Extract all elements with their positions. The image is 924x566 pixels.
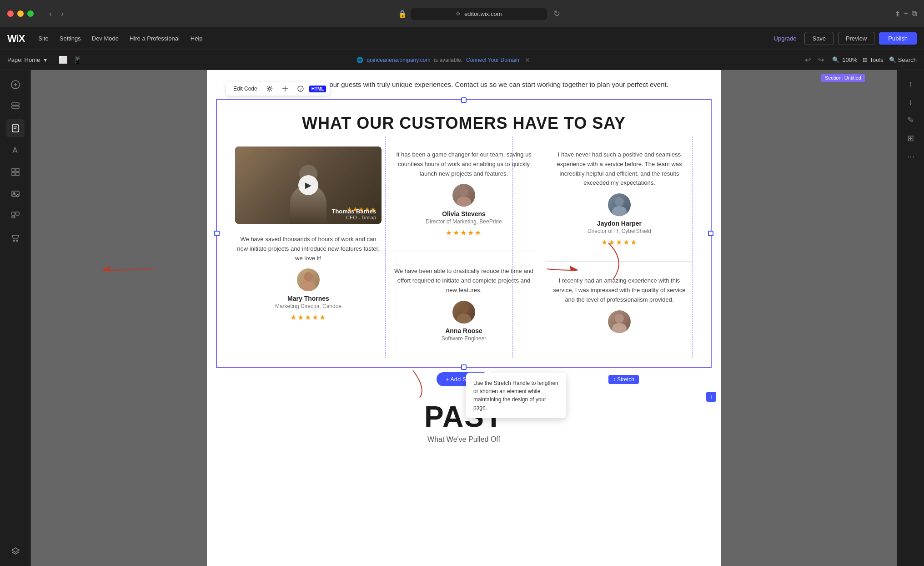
upgrade-button[interactable]: Upgrade <box>770 33 800 44</box>
menu-hire[interactable]: Hire a Professional <box>125 32 184 45</box>
stretch-bottom-handle[interactable]: ↕ <box>706 392 716 402</box>
wix-logo: WiX <box>7 33 25 45</box>
jaydon-quote: I have never had such a positive and sea… <box>548 150 691 188</box>
undo-button[interactable]: ↩ <box>802 54 814 66</box>
center-top-testimonial: It has been a game changer for our team,… <box>391 147 537 241</box>
svg-point-25 <box>304 272 313 281</box>
publish-button[interactable]: Publish <box>879 32 917 45</box>
undo-redo-controls: ↩ ↪ <box>802 54 827 66</box>
mary-avatar <box>297 268 320 291</box>
shield-icon: 🔒 <box>398 10 407 18</box>
svg-point-19 <box>16 240 17 242</box>
svg-rect-12 <box>16 172 19 176</box>
canvas-page: venues and providing your guests with tr… <box>207 70 721 566</box>
video-testimonial[interactable]: ▶ ★★★★★ Thomas Barnes CEO - Timlop <box>235 147 382 224</box>
center-divider <box>391 252 537 252</box>
sidebar-add-icon[interactable] <box>6 76 25 94</box>
next-section: PAST What We've Pulled Off <box>216 391 712 453</box>
zoom-level: 100% <box>842 56 857 63</box>
sidebar-apps-icon[interactable] <box>6 163 25 181</box>
handle-right-center[interactable] <box>708 231 713 236</box>
svg-rect-9 <box>12 168 15 172</box>
mobile-view-button[interactable]: 📱 <box>71 54 84 66</box>
search-button[interactable]: 🔍 Search <box>889 56 917 63</box>
olivia-stars: ★★★★★ <box>392 228 535 237</box>
connect-domain-button[interactable]: Connect Your Domain <box>466 57 519 63</box>
handle-left-center[interactable] <box>214 231 220 236</box>
windows-icon[interactable]: ⧉ <box>912 10 917 18</box>
back-button[interactable]: ‹ <box>46 7 55 20</box>
right-panel-more-icon[interactable]: ⋯ <box>903 148 919 165</box>
svg-rect-13 <box>12 191 19 197</box>
sidebar-media-icon[interactable] <box>6 185 25 203</box>
preview-button[interactable]: Preview <box>838 32 874 45</box>
menu-site[interactable]: Site <box>34 32 53 45</box>
right-panel-down-icon[interactable]: ↓ <box>903 94 919 110</box>
svg-rect-10 <box>16 168 19 172</box>
svg-rect-3 <box>12 103 19 105</box>
domain-available-text: is available. <box>434 57 462 63</box>
search-icon: 🔍 <box>889 56 896 63</box>
olivia-role: Director of Marketing, BeePride <box>392 218 535 225</box>
search-label: Search <box>898 56 917 63</box>
svg-rect-16 <box>16 212 19 215</box>
right-panel-edit-icon[interactable]: ✎ <box>903 112 919 128</box>
svg-rect-5 <box>12 125 19 132</box>
play-button[interactable]: ▶ <box>298 175 318 195</box>
tools-button[interactable]: ⊞ Tools <box>863 56 883 63</box>
svg-point-20 <box>268 88 271 90</box>
share-icon[interactable]: ⬆ <box>894 10 900 18</box>
left-arrow <box>101 266 154 271</box>
olivia-name: Olivia Stevens <box>392 210 535 217</box>
redo-button[interactable]: ↪ <box>815 54 827 66</box>
sidebar-sections-icon[interactable] <box>6 97 25 116</box>
add-tab-icon[interactable]: + <box>904 10 908 18</box>
page-selector[interactable]: Page: Home ▼ <box>7 56 48 63</box>
domain-link[interactable]: quinceaneracompany.com <box>367 57 431 63</box>
menu-settings[interactable]: Settings <box>55 32 85 45</box>
svg-point-29 <box>459 304 468 313</box>
left-column: ▶ ★★★★★ Thomas Barnes CEO - Timlop We ha… <box>235 147 382 349</box>
sidebar-pages-icon[interactable] <box>6 119 25 137</box>
sidebar-wixapps-icon[interactable] <box>6 207 25 225</box>
close-domain-bar-button[interactable]: ✕ <box>525 56 530 64</box>
wix-secondbar: Page: Home ▼ ⬜ 📱 🌐 quinceaneracompany.co… <box>0 50 924 70</box>
help-icon-button[interactable]: ? <box>294 84 307 94</box>
sidebar-design-icon[interactable] <box>6 141 25 159</box>
mary-name: Mary Thornes <box>237 295 380 302</box>
edit-code-button[interactable]: Edit Code <box>230 84 261 94</box>
right-panel-layout-icon[interactable]: ⊞ <box>903 130 919 147</box>
video-person-name: Thomas Barnes <box>331 208 376 215</box>
minimize-button[interactable] <box>17 10 24 17</box>
menu-help[interactable]: Help <box>186 32 207 45</box>
settings-icon-button[interactable] <box>263 84 276 94</box>
stretch-handle[interactable]: ↕ Stretch <box>608 375 639 384</box>
address-bar-container: 🔒 ⚙ editor.wix.com ↻ <box>72 7 889 20</box>
right-panel: ↑ ↓ ✎ ⊞ ⋯ <box>897 70 924 566</box>
jaydon-stars: ★★★★★ <box>548 238 691 247</box>
save-button[interactable]: Save <box>804 32 834 45</box>
testimonials-section[interactable]: Edit Code ? HTML WHAT OUR CUSTOMERS HA <box>216 99 712 368</box>
desktop-view-button[interactable]: ⬜ <box>57 54 70 66</box>
zoom-control[interactable]: 🔍 100% <box>832 56 857 63</box>
tools-icon: ⊞ <box>863 56 868 63</box>
view-buttons: ⬜ 📱 <box>57 54 84 66</box>
mary-role: Marketing Director, Candoe <box>237 303 380 309</box>
sidebar-store-icon[interactable] <box>6 228 25 247</box>
sidebar-layers-icon[interactable] <box>6 542 25 561</box>
svg-point-18 <box>13 240 15 242</box>
address-bar[interactable]: ⚙ editor.wix.com <box>411 8 547 20</box>
handle-top-center[interactable] <box>461 97 467 103</box>
fullscreen-button[interactable] <box>27 10 34 17</box>
svg-point-32 <box>612 206 627 216</box>
close-button[interactable] <box>7 10 14 17</box>
forward-button[interactable]: › <box>58 7 66 20</box>
browser-chrome: ‹ › 🔒 ⚙ editor.wix.com ↻ ⬆ + ⧉ <box>0 0 924 27</box>
stretch-icon-button[interactable] <box>278 84 292 94</box>
right-panel-up-icon[interactable]: ↑ <box>903 76 919 92</box>
person6-quote: I recently had an amazing experience wit… <box>548 276 691 304</box>
person6-avatar <box>608 310 631 333</box>
refresh-button[interactable]: ↻ <box>551 7 563 20</box>
stretch-label: ↕ Stretch <box>613 376 634 383</box>
menu-devmode[interactable]: Dev Mode <box>87 32 123 45</box>
